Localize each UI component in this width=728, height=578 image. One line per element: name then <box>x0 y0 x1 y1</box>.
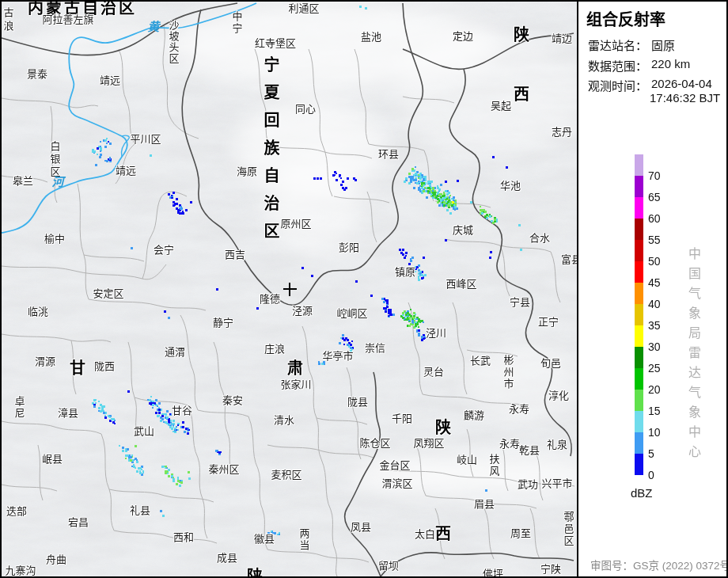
legend-tick-label: 30 <box>648 340 672 353</box>
place-label: 泾源 <box>292 306 313 316</box>
place-label: 周至 <box>510 528 531 538</box>
legend-color-block <box>635 432 643 454</box>
legend-color-block <box>635 240 643 261</box>
province-label: 西 <box>514 86 529 102</box>
legend-tick-label: 20 <box>648 383 672 396</box>
legend-color-block <box>635 197 643 219</box>
place-label: 定边 <box>453 31 473 41</box>
place-label: 平川区 <box>130 134 161 144</box>
legend-tick-label: 10 <box>648 426 672 439</box>
place-label: 同心 <box>295 104 316 114</box>
place-label: 渭滨区 <box>381 478 412 489</box>
legend-color-block <box>635 219 643 240</box>
place-label: 华亭市 <box>322 351 353 361</box>
legend-tick-label: 5 <box>648 447 672 460</box>
place-label: 眉县 <box>474 499 495 509</box>
river-label: 河 <box>51 176 63 188</box>
place-label: 兴平市 <box>541 478 572 489</box>
place-label: 利通区 <box>288 3 319 13</box>
place-label: 淳化 <box>548 390 569 401</box>
place-label: 长武 <box>470 356 491 366</box>
time-date: 2026-04-04 <box>651 77 712 90</box>
watermark-text: 中国气象局雷达气象中心 <box>684 247 703 465</box>
place-label: 麟游 <box>464 410 484 420</box>
place-label: 皋兰 <box>13 176 33 186</box>
place-label: 两当 <box>299 528 309 552</box>
time-label: 观测时间： <box>588 79 647 93</box>
place-label: 西吉 <box>225 249 245 260</box>
place-label: 陇县 <box>347 397 368 407</box>
place-label: 千阳 <box>392 413 412 424</box>
place-label: 隆德 <box>260 294 280 304</box>
place-label: 华池 <box>500 181 521 191</box>
place-label: 麦积区 <box>271 470 301 480</box>
place-label: 宁陕 <box>540 564 561 574</box>
place-label: 庄浪 <box>264 344 285 354</box>
legend-tick-label: 70 <box>648 169 672 182</box>
place-label: 金台区 <box>379 460 410 470</box>
place-label: 渭源 <box>35 356 55 367</box>
place-label: 正宁 <box>538 317 559 327</box>
place-label: 秦安 <box>222 395 243 405</box>
place-label: 永寿 <box>509 404 529 414</box>
legend-color-block <box>635 390 643 411</box>
place-label: 通渭 <box>165 347 185 357</box>
place-label: 彭阳 <box>339 242 359 253</box>
place-label: 静宁 <box>213 318 233 328</box>
place-label: 漳县 <box>58 408 78 418</box>
place-label: 陇西 <box>94 361 115 371</box>
place-label: 志丹 <box>552 127 572 137</box>
legend-color-block <box>635 154 643 176</box>
place-label: 佛坪 <box>483 568 503 577</box>
place-label: 镇原 <box>395 267 415 277</box>
place-label: 阿拉善左旗 <box>42 14 93 25</box>
place-label: 陈仓区 <box>359 438 390 448</box>
map-approval-number: 审图号：GS京 (2022) 0372号 <box>590 557 728 572</box>
place-label: 红寺堡区 <box>255 38 296 48</box>
place-label: 崇信 <box>365 343 385 353</box>
place-label: 武功 <box>518 479 538 489</box>
place-label: 九寨沟 <box>5 565 36 576</box>
place-label: 中宁 <box>232 11 242 35</box>
station-row: 雷达站名： 固原 <box>588 36 647 53</box>
legend-tick-label: 25 <box>648 362 672 375</box>
place-label: 清水 <box>274 415 294 425</box>
place-label: 礼泉 <box>547 439 567 450</box>
river-label: 黄 <box>147 21 159 32</box>
info-panel: 组合反射率 雷达站名： 固原 数据范围： 220 km 观测时间： 2026-0… <box>580 2 726 576</box>
legend-unit: dBZ <box>631 486 653 500</box>
range-value: 220 km <box>651 57 690 70</box>
dbz-colorbar: 7065605550454035302520151050 <box>635 154 643 475</box>
place-label: 旬邑 <box>540 358 561 368</box>
place-label: 凤翔区 <box>413 438 444 448</box>
place-label: 安定区 <box>93 288 123 299</box>
place-label: 永寿 <box>499 439 520 449</box>
place-label: 扶风 <box>489 454 499 477</box>
legend-tick-label: 35 <box>648 319 672 332</box>
place-label: 古浪 <box>3 7 13 34</box>
place-label: 徽县 <box>254 534 275 544</box>
place-label: 富县 <box>561 254 578 264</box>
place-label: 宁县 <box>510 297 530 307</box>
station-value: 固原 <box>651 36 675 53</box>
legend-tick-label: 65 <box>648 191 672 203</box>
legend-color-block <box>635 261 643 283</box>
radar-map: 内蒙古自治区宁夏回族自治区陕西甘肃陕西陕古浪阿拉善左旗景泰靖远沙坡头区中宁利通区… <box>2 2 578 576</box>
province-label: 甘 <box>70 360 85 376</box>
province-label: 宁夏回族自治区 <box>263 57 279 251</box>
place-label: 榆中 <box>44 234 65 244</box>
product-title: 组合反射率 <box>586 7 665 30</box>
province-label: 西 <box>435 526 451 542</box>
legend-tick-label: 60 <box>648 212 672 225</box>
place-label: 原州区 <box>280 219 311 229</box>
province-label: 陕 <box>435 420 451 435</box>
province-label: 肃 <box>287 360 303 376</box>
place-label: 吴起 <box>491 101 511 111</box>
place-label: 环县 <box>378 149 399 159</box>
place-label: 合水 <box>529 233 550 243</box>
place-label: 彬州市 <box>503 355 514 390</box>
place-label: 成县 <box>217 553 237 563</box>
legend-tick-label: 45 <box>648 276 672 289</box>
legend-color-block <box>635 304 643 325</box>
radar-station-marker <box>283 283 297 296</box>
